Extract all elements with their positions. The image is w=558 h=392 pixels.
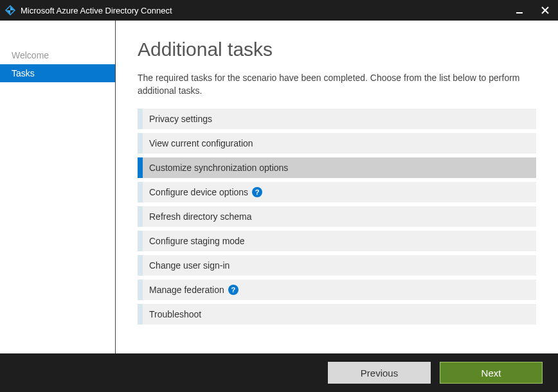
task-view-current-configuration[interactable]: View current configuration — [138, 133, 536, 154]
button-label: Next — [482, 368, 501, 379]
task-configure-device-options[interactable]: Configure device options ? — [138, 182, 536, 202]
task-manage-federation[interactable]: Manage federation ? — [138, 280, 536, 300]
next-button[interactable]: Next — [440, 362, 543, 384]
window-controls — [507, 0, 558, 21]
sidebar-item-label: Welcome — [12, 50, 49, 60]
sidebar-item-label: Tasks — [12, 68, 35, 78]
task-label: Privacy settings — [149, 114, 212, 124]
window-title: Microsoft Azure Active Directory Connect — [21, 6, 507, 15]
main-panel: Additional tasks The required tasks for … — [116, 21, 558, 353]
button-label: Previous — [361, 368, 398, 379]
task-label: Configure staging mode — [149, 236, 245, 246]
task-refresh-directory-schema[interactable]: Refresh directory schema — [138, 206, 536, 227]
close-button[interactable] — [532, 0, 558, 21]
sidebar-item-welcome[interactable]: Welcome — [0, 46, 115, 64]
task-label: View current configuration — [149, 138, 253, 148]
task-label: Manage federation — [149, 285, 224, 295]
task-label: Refresh directory schema — [149, 211, 252, 222]
sidebar: Welcome Tasks — [0, 21, 116, 353]
task-customize-synchronization-options[interactable]: Customize synchronization options — [138, 157, 536, 178]
azure-logo-icon — [5, 5, 15, 15]
task-label: Troubleshoot — [149, 309, 201, 319]
task-privacy-settings[interactable]: Privacy settings — [138, 109, 536, 129]
task-label: Change user sign-in — [149, 260, 230, 271]
svg-marker-3 — [6, 10, 10, 14]
help-icon[interactable]: ? — [252, 187, 262, 197]
page-heading: Additional tasks — [138, 39, 536, 60]
task-configure-staging-mode[interactable]: Configure staging mode — [138, 231, 536, 251]
svg-marker-2 — [10, 6, 14, 10]
body: Welcome Tasks Additional tasks The requi… — [0, 21, 558, 353]
task-troubleshoot[interactable]: Troubleshoot — [138, 304, 536, 325]
task-label: Customize synchronization options — [149, 163, 288, 173]
help-icon[interactable]: ? — [228, 285, 239, 295]
task-list: Privacy settings View current configurat… — [138, 109, 536, 325]
minimize-button[interactable] — [507, 0, 532, 21]
task-change-user-sign-in[interactable]: Change user sign-in — [138, 255, 536, 276]
titlebar: Microsoft Azure Active Directory Connect — [0, 0, 558, 21]
task-label: Configure device options — [149, 187, 248, 197]
previous-button[interactable]: Previous — [328, 362, 431, 384]
sidebar-item-tasks[interactable]: Tasks — [0, 64, 115, 82]
page-description: The required tasks for the scenario have… — [138, 72, 536, 97]
footer: Previous Next — [0, 353, 558, 392]
